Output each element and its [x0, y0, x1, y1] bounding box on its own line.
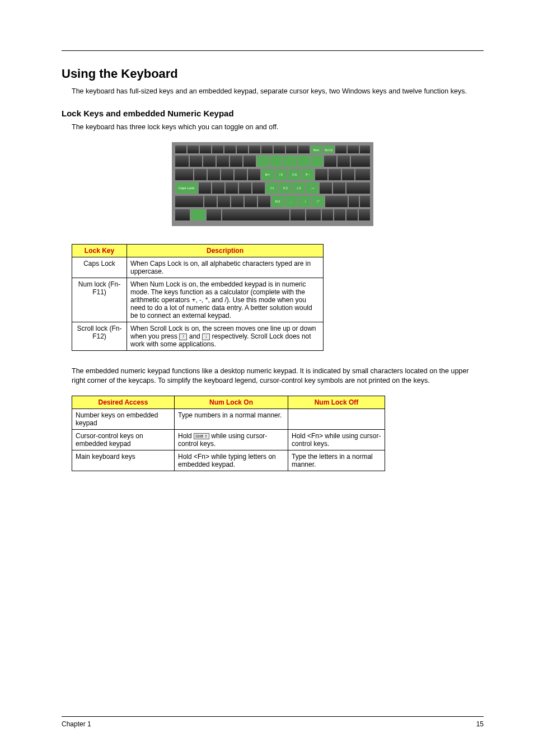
keyboard-illustration: Num Scr Lk — [172, 142, 373, 228]
page-title: Using the Keyboard — [62, 67, 484, 81]
cell-off: Type the letters in a normal manner. — [288, 450, 385, 471]
cell-access: Main keyboard keys — [72, 450, 175, 471]
table-row: Cursor-control keys on embedded keypad H… — [72, 429, 385, 450]
svg-rect-93 — [334, 209, 345, 220]
svg-text:Caps Lock: Caps Lock — [179, 186, 195, 190]
svg-rect-25 — [257, 156, 269, 167]
svg-rect-80 — [349, 196, 359, 207]
footer-chapter: Chapter 1 — [62, 720, 91, 728]
table-header-row: Lock Key Description — [72, 244, 324, 257]
svg-rect-35 — [208, 169, 220, 180]
svg-rect-87 — [191, 209, 205, 220]
svg-text:;  +: ; + — [311, 186, 314, 190]
th-description: Description — [127, 244, 324, 257]
svg-rect-3 — [200, 145, 211, 153]
cell-on-prefix: Hold — [178, 432, 194, 440]
top-rule — [62, 50, 484, 51]
cell-description: When Scroll Lock is on, the screen moves… — [127, 322, 324, 350]
lock-keys-table: Lock Key Description Caps Lock When Caps… — [72, 244, 324, 351]
table-row: Number keys on embedded keypad Type numb… — [72, 408, 385, 429]
svg-rect-46 — [355, 169, 370, 180]
th-numlock-on: Num Lock On — [175, 396, 288, 408]
section-heading-lockkeys: Lock Keys and embedded Numeric Keypad — [62, 109, 484, 118]
svg-rect-23 — [230, 156, 242, 167]
cell-description: When Num Lock is on, the embedded keypad… — [127, 278, 324, 322]
svg-rect-56 — [239, 182, 251, 194]
lockkeys-paragraph: The keyboard has three lock keys which y… — [72, 123, 484, 132]
svg-rect-9 — [274, 145, 285, 153]
access-table: Desired Access Num Lock On Num Lock Off … — [72, 396, 385, 471]
svg-rect-70 — [204, 196, 217, 207]
svg-rect-71 — [218, 196, 230, 207]
keyboard-svg: Num Scr Lk — [172, 142, 373, 226]
svg-rect-73 — [245, 196, 257, 207]
footer-page-number: 15 — [476, 720, 484, 728]
svg-rect-6 — [237, 145, 248, 153]
svg-rect-72 — [231, 196, 243, 207]
table-header-row: Desired Access Num Lock On Num Lock Off — [72, 396, 385, 408]
cell-off: Hold <Fn> while using cursor-control key… — [288, 429, 385, 450]
cell-description: When Caps Lock is on, all alphabetic cha… — [127, 257, 324, 278]
svg-text:J 1: J 1 — [270, 186, 274, 190]
svg-rect-24 — [243, 156, 256, 167]
svg-rect-32 — [351, 156, 370, 167]
svg-rect-17 — [348, 145, 359, 153]
svg-rect-4 — [212, 145, 223, 153]
svg-text:O 6: O 6 — [292, 173, 297, 176]
svg-rect-45 — [342, 169, 354, 180]
svg-rect-57 — [252, 182, 265, 194]
svg-rect-54 — [212, 182, 224, 194]
svg-rect-29 — [311, 156, 323, 167]
svg-rect-27 — [284, 156, 296, 167]
svg-rect-2 — [188, 145, 199, 153]
svg-rect-26 — [270, 156, 283, 167]
svg-rect-20 — [190, 156, 202, 167]
svg-text:K 2: K 2 — [283, 186, 288, 190]
svg-rect-95 — [359, 209, 370, 220]
cell-on: Hold <Fn> while typing letters on embedd… — [175, 450, 288, 471]
svg-rect-79 — [325, 196, 348, 207]
cell-off — [288, 408, 385, 429]
svg-rect-63 — [333, 182, 345, 194]
svg-rect-92 — [322, 209, 333, 220]
intro-paragraph: The keyboard has full-sized keys and an … — [72, 87, 484, 96]
th-numlock-off: Num Lock Off — [288, 396, 385, 408]
svg-rect-10 — [286, 145, 297, 153]
svg-text:Num: Num — [313, 148, 320, 152]
svg-rect-18 — [360, 145, 370, 153]
svg-rect-31 — [338, 156, 350, 167]
th-desired-access: Desired Access — [72, 396, 175, 408]
svg-text:Scr Lk: Scr Lk — [325, 148, 333, 152]
svg-rect-94 — [346, 209, 358, 220]
svg-rect-88 — [207, 209, 221, 220]
svg-rect-28 — [297, 156, 310, 167]
svg-rect-62 — [320, 182, 332, 194]
page-footer: Chapter 1 15 — [62, 716, 484, 728]
svg-rect-33 — [175, 169, 193, 180]
table-row: Scroll lock (Fn-F12) When Scroll Lock is… — [72, 322, 324, 350]
svg-text:I 5: I 5 — [279, 173, 283, 176]
down-arrow-key-icon: ↓ — [202, 334, 210, 340]
svg-rect-55 — [226, 182, 238, 194]
svg-text:, .: , . — [290, 200, 292, 203]
svg-text:M 0: M 0 — [275, 200, 280, 203]
svg-rect-64 — [346, 182, 370, 194]
svg-text:M =: M = — [265, 173, 270, 176]
svg-rect-74 — [258, 196, 270, 207]
svg-text:/  *: / * — [317, 200, 320, 203]
desc-text: and — [189, 332, 202, 340]
svg-rect-19 — [175, 156, 189, 167]
svg-rect-22 — [217, 156, 229, 167]
svg-rect-81 — [360, 196, 370, 207]
table-row: Caps Lock When Caps Lock is on, all alph… — [72, 257, 324, 278]
svg-rect-86 — [175, 209, 190, 220]
cell-lockkey: Num lock (Fn-F11) — [72, 278, 127, 322]
cell-access: Cursor-control keys on embedded keypad — [72, 429, 175, 450]
cell-access: Number keys on embedded keypad — [72, 408, 175, 429]
cell-lockkey: Caps Lock — [72, 257, 127, 278]
svg-rect-37 — [235, 169, 247, 180]
svg-rect-5 — [224, 145, 236, 153]
svg-rect-30 — [324, 156, 336, 167]
svg-rect-11 — [298, 145, 310, 153]
svg-text:.  /: . / — [303, 200, 306, 203]
